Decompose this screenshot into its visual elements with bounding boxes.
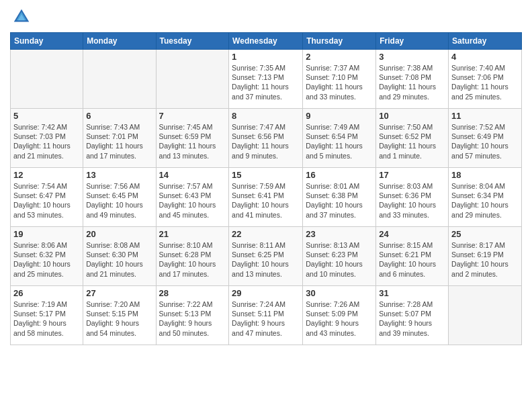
weekday-header-thursday: Thursday bbox=[303, 33, 376, 50]
calendar-cell: 11Sunrise: 7:52 AM Sunset: 6:49 PM Dayli… bbox=[449, 109, 522, 168]
day-info: Sunrise: 7:57 AM Sunset: 6:43 PM Dayligh… bbox=[159, 181, 226, 220]
day-info: Sunrise: 8:11 AM Sunset: 6:25 PM Dayligh… bbox=[232, 240, 300, 279]
day-info: Sunrise: 8:08 AM Sunset: 6:30 PM Dayligh… bbox=[86, 240, 152, 279]
calendar-cell: 20Sunrise: 8:08 AM Sunset: 6:30 PM Dayli… bbox=[83, 227, 156, 286]
weekday-header-monday: Monday bbox=[83, 33, 156, 50]
day-number: 14 bbox=[159, 170, 226, 180]
day-number: 22 bbox=[232, 229, 300, 239]
calendar-week-row: 12Sunrise: 7:54 AM Sunset: 6:47 PM Dayli… bbox=[11, 168, 522, 227]
calendar-week-row: 19Sunrise: 8:06 AM Sunset: 6:32 PM Dayli… bbox=[11, 227, 522, 286]
day-number: 26 bbox=[13, 288, 80, 298]
day-number: 30 bbox=[306, 288, 373, 298]
calendar-cell bbox=[83, 50, 156, 109]
day-info: Sunrise: 8:03 AM Sunset: 6:36 PM Dayligh… bbox=[379, 181, 445, 220]
page-container: SundayMondayTuesdayWednesdayThursdayFrid… bbox=[0, 0, 532, 349]
day-number: 9 bbox=[306, 111, 373, 121]
calendar-cell: 16Sunrise: 8:01 AM Sunset: 6:38 PM Dayli… bbox=[303, 168, 376, 227]
day-number: 2 bbox=[306, 52, 373, 62]
day-number: 6 bbox=[86, 111, 152, 121]
calendar-cell: 14Sunrise: 7:57 AM Sunset: 6:43 PM Dayli… bbox=[156, 168, 229, 227]
calendar-table: SundayMondayTuesdayWednesdayThursdayFrid… bbox=[10, 32, 522, 345]
day-number: 3 bbox=[379, 52, 445, 62]
day-number: 5 bbox=[13, 111, 80, 121]
day-info: Sunrise: 7:26 AM Sunset: 5:09 PM Dayligh… bbox=[306, 300, 373, 338]
calendar-cell: 27Sunrise: 7:20 AM Sunset: 5:15 PM Dayli… bbox=[83, 286, 156, 345]
day-info: Sunrise: 7:49 AM Sunset: 6:54 PM Dayligh… bbox=[306, 122, 373, 161]
calendar-cell: 10Sunrise: 7:50 AM Sunset: 6:52 PM Dayli… bbox=[376, 109, 449, 168]
day-info: Sunrise: 7:38 AM Sunset: 7:08 PM Dayligh… bbox=[379, 63, 445, 101]
calendar-cell: 22Sunrise: 8:11 AM Sunset: 6:25 PM Dayli… bbox=[229, 227, 303, 286]
day-number: 10 bbox=[379, 111, 445, 121]
day-number: 21 bbox=[159, 229, 226, 239]
day-number: 19 bbox=[13, 229, 80, 239]
weekday-header-wednesday: Wednesday bbox=[229, 33, 303, 50]
day-info: Sunrise: 8:10 AM Sunset: 6:28 PM Dayligh… bbox=[159, 240, 226, 279]
day-number: 13 bbox=[86, 170, 152, 180]
day-info: Sunrise: 7:42 AM Sunset: 7:03 PM Dayligh… bbox=[13, 122, 80, 161]
calendar-cell: 5Sunrise: 7:42 AM Sunset: 7:03 PM Daylig… bbox=[11, 109, 83, 168]
calendar-week-row: 5Sunrise: 7:42 AM Sunset: 7:03 PM Daylig… bbox=[11, 109, 522, 168]
day-number: 12 bbox=[13, 170, 80, 180]
calendar-cell: 29Sunrise: 7:24 AM Sunset: 5:11 PM Dayli… bbox=[229, 286, 303, 345]
day-info: Sunrise: 7:45 AM Sunset: 6:59 PM Dayligh… bbox=[159, 122, 226, 161]
day-number: 31 bbox=[379, 288, 445, 298]
weekday-header-sunday: Sunday bbox=[11, 33, 83, 50]
logo-icon bbox=[11, 7, 32, 27]
day-info: Sunrise: 7:40 AM Sunset: 7:06 PM Dayligh… bbox=[451, 63, 519, 101]
day-number: 25 bbox=[451, 229, 519, 239]
weekday-header-saturday: Saturday bbox=[449, 33, 522, 50]
day-number: 17 bbox=[379, 170, 445, 180]
day-info: Sunrise: 7:43 AM Sunset: 7:01 PM Dayligh… bbox=[86, 122, 152, 161]
calendar-cell: 8Sunrise: 7:47 AM Sunset: 6:56 PM Daylig… bbox=[229, 109, 303, 168]
calendar-cell: 18Sunrise: 8:04 AM Sunset: 6:34 PM Dayli… bbox=[449, 168, 522, 227]
day-number: 7 bbox=[159, 111, 226, 121]
day-number: 8 bbox=[232, 111, 300, 121]
day-number: 24 bbox=[379, 229, 445, 239]
day-number: 23 bbox=[306, 229, 373, 239]
day-number: 11 bbox=[451, 111, 519, 121]
calendar-cell: 9Sunrise: 7:49 AM Sunset: 6:54 PM Daylig… bbox=[303, 109, 376, 168]
calendar-cell: 4Sunrise: 7:40 AM Sunset: 7:06 PM Daylig… bbox=[449, 50, 522, 109]
day-info: Sunrise: 7:47 AM Sunset: 6:56 PM Dayligh… bbox=[232, 122, 300, 161]
calendar-cell: 12Sunrise: 7:54 AM Sunset: 6:47 PM Dayli… bbox=[11, 168, 83, 227]
calendar-cell: 21Sunrise: 8:10 AM Sunset: 6:28 PM Dayli… bbox=[156, 227, 229, 286]
calendar-cell bbox=[156, 50, 229, 109]
day-info: Sunrise: 7:28 AM Sunset: 5:07 PM Dayligh… bbox=[379, 300, 445, 338]
weekday-header-friday: Friday bbox=[376, 33, 449, 50]
day-info: Sunrise: 7:37 AM Sunset: 7:10 PM Dayligh… bbox=[306, 63, 373, 101]
calendar-cell: 2Sunrise: 7:37 AM Sunset: 7:10 PM Daylig… bbox=[303, 50, 376, 109]
day-number: 29 bbox=[232, 288, 300, 298]
calendar-cell: 6Sunrise: 7:43 AM Sunset: 7:01 PM Daylig… bbox=[83, 109, 156, 168]
day-info: Sunrise: 7:54 AM Sunset: 6:47 PM Dayligh… bbox=[13, 181, 80, 220]
day-number: 20 bbox=[86, 229, 152, 239]
calendar-cell: 19Sunrise: 8:06 AM Sunset: 6:32 PM Dayli… bbox=[11, 227, 83, 286]
calendar-cell bbox=[449, 286, 522, 345]
day-number: 4 bbox=[451, 52, 519, 62]
weekday-header-tuesday: Tuesday bbox=[156, 33, 229, 50]
calendar-cell bbox=[11, 50, 83, 109]
weekday-header-row: SundayMondayTuesdayWednesdayThursdayFrid… bbox=[11, 33, 522, 50]
logo bbox=[10, 7, 32, 27]
day-number: 28 bbox=[159, 288, 226, 298]
day-info: Sunrise: 7:35 AM Sunset: 7:13 PM Dayligh… bbox=[232, 63, 300, 101]
calendar-week-row: 26Sunrise: 7:19 AM Sunset: 5:17 PM Dayli… bbox=[11, 286, 522, 345]
day-info: Sunrise: 8:01 AM Sunset: 6:38 PM Dayligh… bbox=[306, 181, 373, 220]
calendar-cell: 23Sunrise: 8:13 AM Sunset: 6:23 PM Dayli… bbox=[303, 227, 376, 286]
day-info: Sunrise: 7:52 AM Sunset: 6:49 PM Dayligh… bbox=[451, 122, 519, 161]
calendar-cell: 13Sunrise: 7:56 AM Sunset: 6:45 PM Dayli… bbox=[83, 168, 156, 227]
calendar-cell: 15Sunrise: 7:59 AM Sunset: 6:41 PM Dayli… bbox=[229, 168, 303, 227]
day-number: 1 bbox=[232, 52, 300, 62]
calendar-week-row: 1Sunrise: 7:35 AM Sunset: 7:13 PM Daylig… bbox=[11, 50, 522, 109]
calendar-cell: 24Sunrise: 8:15 AM Sunset: 6:21 PM Dayli… bbox=[376, 227, 449, 286]
day-info: Sunrise: 7:20 AM Sunset: 5:15 PM Dayligh… bbox=[86, 300, 152, 338]
day-info: Sunrise: 7:24 AM Sunset: 5:11 PM Dayligh… bbox=[232, 300, 300, 338]
calendar-cell: 17Sunrise: 8:03 AM Sunset: 6:36 PM Dayli… bbox=[376, 168, 449, 227]
day-info: Sunrise: 7:22 AM Sunset: 5:13 PM Dayligh… bbox=[159, 300, 226, 338]
calendar-cell: 7Sunrise: 7:45 AM Sunset: 6:59 PM Daylig… bbox=[156, 109, 229, 168]
calendar-cell: 31Sunrise: 7:28 AM Sunset: 5:07 PM Dayli… bbox=[376, 286, 449, 345]
day-info: Sunrise: 8:17 AM Sunset: 6:19 PM Dayligh… bbox=[451, 240, 519, 279]
day-info: Sunrise: 7:19 AM Sunset: 5:17 PM Dayligh… bbox=[13, 300, 80, 338]
day-info: Sunrise: 7:56 AM Sunset: 6:45 PM Dayligh… bbox=[86, 181, 152, 220]
day-number: 16 bbox=[306, 170, 373, 180]
day-info: Sunrise: 8:06 AM Sunset: 6:32 PM Dayligh… bbox=[13, 240, 80, 279]
